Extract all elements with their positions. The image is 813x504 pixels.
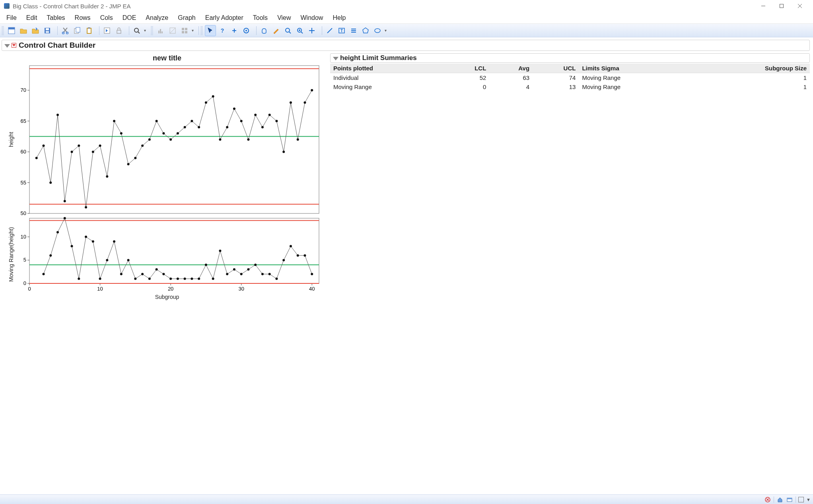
summaries-panel: height Limit Summaries Points plotted LC…: [330, 53, 810, 300]
distribution-button[interactable]: [155, 25, 166, 36]
status-box[interactable]: [798, 497, 804, 502]
zoom-button[interactable]: [131, 25, 142, 36]
col-ucl[interactable]: UCL: [533, 64, 579, 73]
oval-annot-tool[interactable]: [372, 25, 383, 36]
menu-graph[interactable]: Graph: [173, 13, 200, 23]
svg-point-85: [184, 126, 186, 128]
help-tool[interactable]: ?: [217, 25, 228, 36]
individual-chart[interactable]: 5055606570: [15, 64, 321, 215]
svg-point-139: [148, 277, 151, 280]
svg-text:0: 0: [28, 286, 31, 292]
table-row[interactable]: Moving Range 0 4 13 Moving Range 1: [330, 82, 810, 91]
menu-edit[interactable]: Edit: [21, 13, 42, 23]
col-size[interactable]: Subgroup Size: [690, 64, 810, 73]
y1-axis-title[interactable]: height: [8, 64, 14, 215]
minimize-button[interactable]: [754, 0, 772, 12]
menu-tools[interactable]: Tools: [248, 13, 272, 23]
y2-axis-title[interactable]: Moving Range(height): [8, 217, 14, 292]
close-button[interactable]: [791, 0, 809, 12]
status-menu-icon[interactable]: ▼: [806, 497, 811, 502]
toolbar-grip-3[interactable]: [200, 26, 203, 35]
scroller-tool[interactable]: [241, 25, 252, 36]
polygon-annot-tool[interactable]: [360, 25, 371, 36]
cut-button[interactable]: [60, 25, 71, 36]
svg-point-82: [162, 132, 165, 135]
menu-file[interactable]: File: [2, 13, 21, 23]
col-sigma[interactable]: Limits Sigma: [579, 64, 690, 73]
maximize-button[interactable]: [772, 0, 791, 12]
svg-point-130: [85, 236, 87, 238]
save-button[interactable]: [42, 25, 53, 36]
svg-line-39: [301, 32, 303, 33]
crosshair-tool[interactable]: [306, 25, 317, 36]
table-row[interactable]: Individual 52 63 74 Moving Range 1: [330, 73, 810, 83]
svg-point-146: [198, 277, 200, 280]
magnifier-tool[interactable]: [294, 25, 305, 36]
lock-button[interactable]: [113, 25, 124, 36]
analysis-dropdown[interactable]: ▾: [191, 25, 194, 36]
menu-window[interactable]: Window: [296, 13, 328, 23]
toolbar-grip-2[interactable]: [151, 26, 153, 35]
home-icon[interactable]: [776, 496, 784, 503]
outline-header[interactable]: Control Chart Builder: [2, 40, 810, 51]
arrow-tool[interactable]: [205, 25, 216, 36]
svg-point-18: [134, 28, 138, 32]
svg-point-124: [43, 273, 45, 275]
svg-text:55: 55: [21, 180, 26, 186]
toolbar-grip[interactable]: [2, 26, 4, 35]
lines-annot-tool[interactable]: [348, 25, 359, 36]
new-table-button[interactable]: [6, 25, 17, 36]
col-avg[interactable]: Avg: [489, 64, 533, 73]
lasso-tool[interactable]: [282, 25, 294, 36]
svg-point-48: [375, 29, 380, 33]
svg-point-129: [78, 277, 80, 280]
open-recent-button[interactable]: [30, 25, 41, 36]
app-icon: [4, 3, 10, 9]
svg-point-131: [92, 240, 94, 243]
text-annot-tool[interactable]: T: [336, 25, 347, 36]
menu-early-adopter[interactable]: Early Adopter: [200, 13, 248, 23]
svg-point-95: [254, 114, 257, 116]
copy-button[interactable]: [72, 25, 83, 36]
moving-range-chart[interactable]: 0510010203040: [15, 217, 321, 292]
svg-point-89: [212, 95, 214, 98]
svg-point-64: [35, 157, 38, 159]
svg-point-132: [99, 277, 101, 280]
summaries-header[interactable]: height Limit Summaries: [330, 53, 810, 63]
paste-button[interactable]: [84, 25, 95, 36]
brush-tool[interactable]: [270, 25, 282, 36]
status-error-icon[interactable]: [764, 496, 771, 503]
col-points[interactable]: Points plotted: [330, 64, 445, 73]
svg-point-88: [205, 101, 207, 104]
col-lcl[interactable]: LCL: [445, 64, 489, 73]
annot-dropdown[interactable]: ▾: [383, 25, 387, 36]
disclosure-icon[interactable]: [333, 57, 338, 60]
window-list-icon[interactable]: [786, 496, 793, 503]
fit-y-by-x-button[interactable]: [167, 25, 178, 36]
menu-tables[interactable]: Tables: [42, 13, 70, 23]
menu-cols[interactable]: Cols: [95, 13, 118, 23]
menu-view[interactable]: View: [272, 13, 296, 23]
menu-rows[interactable]: Rows: [70, 13, 95, 23]
menu-help[interactable]: Help: [328, 13, 350, 23]
chart-title[interactable]: new title: [8, 54, 326, 62]
grabber-tool[interactable]: [259, 25, 270, 36]
svg-text:0: 0: [23, 280, 26, 286]
svg-text:50: 50: [21, 210, 26, 215]
disclosure-icon[interactable]: [4, 44, 10, 48]
svg-rect-50: [29, 66, 319, 213]
open-button[interactable]: [18, 25, 29, 36]
red-triangle-icon[interactable]: [12, 43, 16, 48]
selection-tool[interactable]: [229, 25, 240, 36]
svg-point-76: [120, 132, 123, 135]
line-annot-tool[interactable]: [324, 25, 335, 36]
svg-text:?: ?: [221, 27, 224, 34]
zoom-dropdown[interactable]: ▾: [143, 25, 147, 36]
svg-rect-17: [117, 30, 121, 33]
graph-builder-button[interactable]: [179, 25, 190, 36]
menu-analyze[interactable]: Analyze: [141, 13, 173, 23]
svg-point-74: [106, 175, 108, 178]
menu-doe[interactable]: DOE: [118, 13, 141, 23]
run-script-button[interactable]: [101, 25, 113, 36]
x-axis-title[interactable]: Subgroup: [8, 294, 326, 300]
